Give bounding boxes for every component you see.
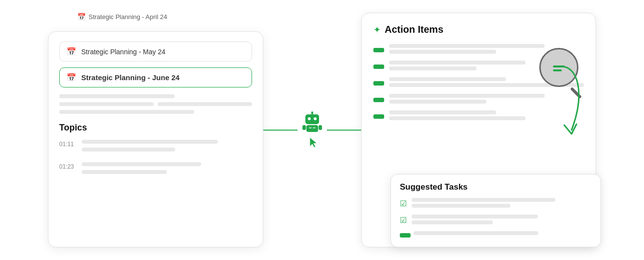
check-icon-2: ☑ — [400, 216, 407, 225]
action-items-header: ✦ Action Items — [373, 24, 584, 35]
topics-section: Topics 01:11 01:23 — [59, 123, 252, 178]
green-bar — [373, 81, 384, 86]
cursor-icon — [307, 136, 321, 150]
skel-line — [389, 116, 526, 120]
april-label: 📅 Strategic Planning - April 24 — [77, 13, 167, 21]
suggested-skels-1 — [412, 198, 592, 210]
april-label-text: Strategic Planning - April 24 — [89, 13, 167, 21]
skel-line — [158, 102, 252, 106]
suggested-row-2: ☑ — [400, 215, 592, 226]
skel-line — [82, 162, 201, 166]
skel-line — [389, 94, 545, 98]
svg-rect-6 — [319, 125, 322, 130]
skel-line — [389, 110, 496, 114]
svg-rect-5 — [302, 125, 306, 130]
skel-line — [59, 102, 154, 106]
skel-line — [412, 220, 493, 224]
skel-line — [412, 198, 555, 202]
meeting-item-may[interactable]: 📅 Strategic Planning - May 24 — [59, 42, 252, 62]
action-items-title: Action Items — [385, 24, 443, 35]
meeting-label-june: Strategic Planning - June 24 — [81, 73, 180, 82]
topic-time-1: 01:11 — [59, 141, 75, 148]
scene: 📅 Strategic Planning - April 24 📅 Strate… — [28, 8, 616, 252]
connector — [263, 106, 361, 154]
svg-rect-8 — [313, 127, 316, 129]
sparkle-icon: ✦ — [373, 24, 381, 35]
skel-line — [389, 66, 477, 70]
skel-line — [412, 204, 510, 208]
topic-time-2: 01:23 — [59, 163, 75, 170]
svg-rect-1 — [305, 114, 319, 124]
skel-line — [389, 77, 506, 81]
skel-line — [82, 148, 175, 152]
meeting-item-june[interactable]: 📅 Strategic Planning - June 24 — [59, 67, 252, 87]
topics-title: Topics — [59, 123, 252, 133]
suggested-tasks-card: Suggested Tasks ☑ ☑ — [391, 174, 601, 247]
topic-skels-1 — [82, 140, 252, 155]
calendar-icon-may: 📅 — [67, 47, 76, 56]
green-bar — [373, 65, 384, 69]
calendar-icon-june: 📅 — [67, 73, 76, 82]
green-bar — [373, 114, 384, 119]
svg-rect-4 — [306, 125, 318, 132]
check-icon-1: ☑ — [400, 199, 407, 208]
skel-line — [389, 61, 526, 65]
svg-rect-7 — [309, 127, 312, 129]
green-bar-s1 — [400, 233, 411, 238]
topic-row-2: 01:23 — [59, 162, 252, 178]
suggested-tasks-title: Suggested Tasks — [400, 182, 592, 192]
skel-line — [59, 94, 175, 98]
green-bar — [373, 48, 384, 52]
suggested-row-1: ☑ — [400, 198, 592, 210]
skel-line — [59, 110, 194, 114]
skel-line — [389, 50, 496, 54]
robot-container — [298, 108, 327, 152]
left-section: 📅 Strategic Planning - April 24 📅 Strate… — [48, 13, 263, 247]
skel-line — [389, 100, 486, 104]
skel-line — [414, 231, 538, 235]
suggested-bottom-bars — [400, 231, 592, 239]
arrow-icon — [532, 62, 591, 140]
topic-skels-2 — [82, 162, 252, 178]
topic-row-1: 01:11 — [59, 140, 252, 155]
left-card: 📅 Strategic Planning - May 24 📅 Strategi… — [48, 31, 263, 247]
skel-fill — [414, 231, 592, 239]
svg-rect-3 — [314, 117, 317, 120]
robot-icon — [300, 110, 324, 134]
skel-line — [82, 170, 167, 174]
suggested-skels-2 — [412, 215, 592, 226]
calendar-icon-april: 📅 — [77, 13, 86, 21]
meeting-label-may: Strategic Planning - May 24 — [81, 48, 165, 56]
svg-rect-0 — [311, 111, 313, 114]
skel-row — [59, 102, 252, 110]
right-section: ✦ Action Items — [361, 13, 596, 247]
skel-line — [412, 215, 538, 218]
skeleton-group-1 — [59, 94, 252, 114]
skel-line — [82, 140, 218, 144]
svg-rect-2 — [308, 117, 311, 120]
skel-line — [389, 44, 545, 48]
green-bar — [373, 98, 384, 102]
